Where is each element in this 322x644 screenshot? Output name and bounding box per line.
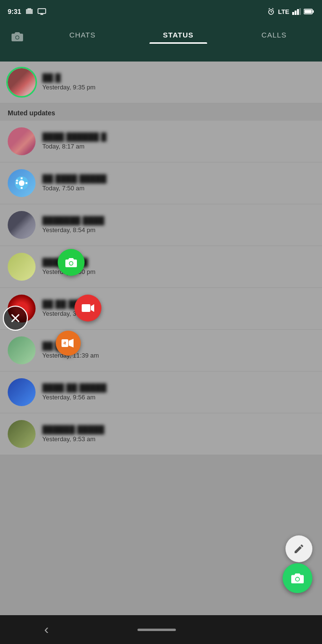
tab-chats[interactable]: CHATS <box>35 27 130 44</box>
item-info: ██ ███ Yesterday, 11:39 am <box>42 342 314 359</box>
item-timestamp: Today, 8:17 am <box>42 143 314 150</box>
item-timestamp: Today, 7:50 am <box>42 185 314 192</box>
list-item[interactable]: ███████ ████ Yesterday, 8:54 pm <box>0 204 322 246</box>
avatar <box>8 378 36 406</box>
camera-status-icon <box>25 8 34 15</box>
contact-name: ██████ █████ <box>42 425 314 434</box>
home-indicator[interactable] <box>137 629 176 631</box>
avatar-wrap <box>8 211 36 239</box>
item-timestamp: Yesterday, 9:53 am <box>42 435 314 443</box>
lte-label: LTE <box>278 8 289 15</box>
signal-icon <box>292 8 301 15</box>
nav-camera-button[interactable] <box>0 27 35 42</box>
alarm-icon <box>267 8 275 15</box>
tab-status[interactable]: STATUS <box>130 27 226 44</box>
avatar <box>8 127 36 155</box>
svg-point-20 <box>70 262 73 265</box>
svg-rect-14 <box>313 11 314 13</box>
nav-tabs: CHATS STATUS CALLS <box>35 27 322 44</box>
list-item[interactable]: ██ █ Yesterday, 9:35 pm <box>0 62 322 103</box>
fab-main-camera-button[interactable] <box>283 563 312 593</box>
svg-rect-15 <box>305 10 312 13</box>
avatar <box>8 420 36 448</box>
list-item[interactable]: ██ ██ ███ Yesterday, 3:24 pm <box>0 288 322 330</box>
contact-name: ████ ██ █████ <box>42 384 314 392</box>
back-button[interactable]: ‹ <box>44 622 49 637</box>
avatar-wrap <box>8 68 36 96</box>
status-bar: 9:31 LTE <box>0 0 322 23</box>
item-timestamp: Yesterday, 8:30 pm <box>42 268 314 275</box>
status-bar-right: LTE <box>267 8 314 15</box>
svg-line-8 <box>272 8 274 9</box>
avatar-wrap <box>8 378 36 406</box>
item-info: ██████ █████ Yesterday, 9:53 am <box>42 425 314 443</box>
svg-rect-1 <box>38 9 46 13</box>
battery-icon <box>304 9 314 14</box>
contact-name: ████ ██████ █ <box>42 133 314 141</box>
list-item[interactable]: ████ ██ █████ Yesterday, 9:56 am <box>0 372 322 413</box>
svg-point-17 <box>16 36 19 39</box>
svg-rect-11 <box>297 9 299 15</box>
list-item[interactable]: ██ ███ Yesterday, 11:39 am <box>0 330 322 372</box>
item-info: ████ ██ █████ Yesterday, 9:56 am <box>42 384 314 401</box>
list-item[interactable]: ██████ ██ Yesterday, 8:30 pm <box>0 246 322 288</box>
avatar <box>8 169 36 197</box>
section-header-muted: Muted updates <box>0 103 322 121</box>
svg-rect-0 <box>27 8 31 10</box>
fab-red-video-button[interactable] <box>74 295 101 322</box>
fab-green-camera-button[interactable] <box>58 249 85 276</box>
list-item[interactable]: ██ ████ █████ Today, 7:50 am <box>0 162 322 204</box>
contact-name: ██ █ <box>42 74 314 82</box>
avatar <box>8 211 36 239</box>
item-timestamp: Yesterday, 11:39 am <box>42 352 314 359</box>
fab-pencil-button[interactable] <box>285 535 312 562</box>
main-content: ██ █ Yesterday, 9:35 pm Muted updates ██… <box>0 62 322 615</box>
contact-name: ██ ███ <box>42 342 314 350</box>
item-timestamp: Yesterday, 9:56 am <box>42 394 314 401</box>
bottom-nav-bar: ‹ <box>0 615 322 644</box>
svg-marker-24 <box>69 339 74 347</box>
svg-text:GIF: GIF <box>63 342 69 345</box>
item-info: ██ █ Yesterday, 9:35 pm <box>42 74 314 91</box>
svg-rect-12 <box>299 8 301 15</box>
item-info: ███████ ████ Yesterday, 8:54 pm <box>42 216 314 234</box>
item-info: ██ ████ █████ Today, 7:50 am <box>42 174 314 192</box>
avatar <box>8 336 36 364</box>
nav-bar: CHATS STATUS CALLS <box>0 23 322 62</box>
status-bar-left: 9:31 <box>8 8 46 15</box>
svg-marker-22 <box>91 304 94 312</box>
list-item[interactable]: ██████ █████ Yesterday, 9:53 am <box>0 413 322 455</box>
contact-name: ███████ ████ <box>42 216 314 225</box>
avatar-wrap <box>8 169 36 197</box>
time-display: 9:31 <box>8 8 21 15</box>
list-item[interactable]: ████ ██████ █ Today, 8:17 am <box>0 121 322 162</box>
svg-rect-9 <box>292 12 294 15</box>
svg-rect-21 <box>82 304 90 312</box>
avatar-ring <box>6 67 37 98</box>
avatar-wrap <box>8 420 36 448</box>
item-timestamp: Yesterday, 8:54 pm <box>42 226 314 234</box>
svg-point-30 <box>296 578 299 581</box>
fab-close-button[interactable] <box>3 306 28 331</box>
avatar-wrap <box>8 127 36 155</box>
avatar <box>8 253 36 281</box>
tab-calls[interactable]: CALLS <box>226 27 322 44</box>
avatar-wrap <box>8 336 36 364</box>
item-info: ████ ██████ █ Today, 8:17 am <box>42 133 314 150</box>
svg-line-7 <box>269 8 270 9</box>
avatar-wrap <box>8 253 36 281</box>
item-timestamp: Yesterday, 9:35 pm <box>42 84 314 91</box>
contact-name: ██ ████ █████ <box>42 174 314 183</box>
svg-rect-10 <box>295 11 297 15</box>
fab-orange-gif-button[interactable]: GIF <box>56 331 81 356</box>
screen-icon <box>37 8 46 15</box>
